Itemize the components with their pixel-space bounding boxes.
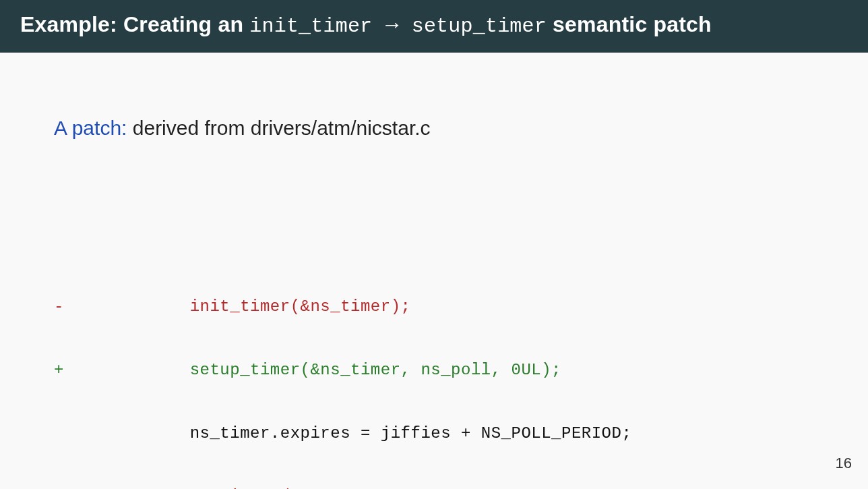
- diff-sign: -: [54, 296, 190, 317]
- slide-header: Example: Creating an init_timer → setup_…: [0, 0, 868, 53]
- diff-text: setup_timer(&ns_timer, ns_poll, 0UL);: [190, 361, 561, 379]
- subtitle: A patch: derived from drivers/atm/nicsta…: [54, 117, 814, 140]
- diff-code-block: -init_timer(&ns_timer); +setup_timer(&ns…: [54, 254, 814, 489]
- slide-body: A patch: derived from drivers/atm/nicsta…: [0, 53, 868, 484]
- title-prefix: Example: Creating an: [20, 12, 249, 36]
- diff-line: ns_timer.expires = jiffies + NS_POLL_PER…: [54, 423, 814, 444]
- arrow-icon: →: [378, 12, 405, 36]
- page-number: 16: [836, 455, 852, 472]
- subtitle-rest: derived from drivers/atm/nicstar.c: [127, 117, 430, 139]
- diff-sign: [54, 423, 190, 444]
- diff-text: ns_timer.expires = jiffies + NS_POLL_PER…: [190, 424, 632, 442]
- subtitle-lead: A patch:: [54, 117, 127, 139]
- title-suffix: semantic patch: [547, 12, 712, 36]
- diff-text: init_timer(&ns_timer);: [190, 297, 411, 316]
- title-code-to: setup_timer: [412, 15, 547, 38]
- title-code-from: init_timer: [249, 15, 372, 38]
- diff-sign: +: [54, 359, 190, 380]
- diff-line: +setup_timer(&ns_timer, ns_poll, 0UL);: [54, 359, 814, 380]
- diff-sign: -: [54, 486, 190, 489]
- diff-line: -ns_timer.data = 0UL;: [54, 486, 814, 489]
- diff-line: -init_timer(&ns_timer);: [54, 296, 814, 317]
